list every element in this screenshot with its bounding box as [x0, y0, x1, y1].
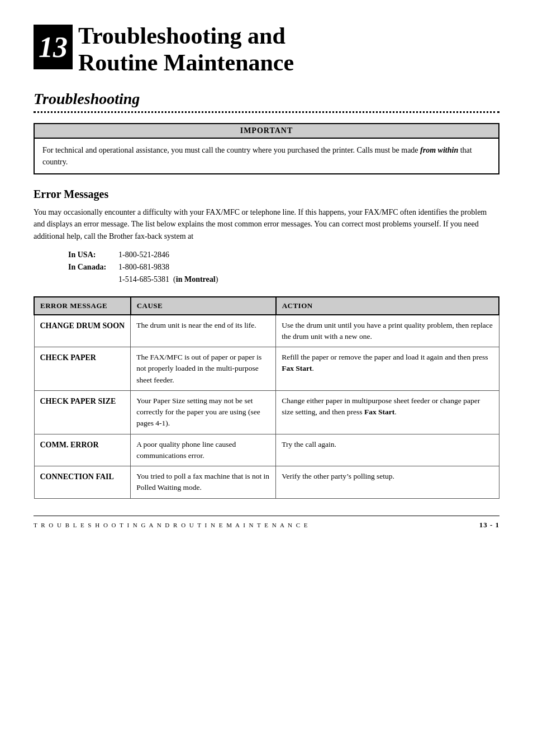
error-message-cell: CHECK PAPER: [34, 347, 131, 391]
section-divider: [34, 111, 499, 113]
error-messages-title: Error Messages: [34, 188, 499, 201]
action-cell: Verify the other party’s polling setup.: [276, 466, 499, 499]
footer-page: 13 - 1: [479, 521, 499, 530]
chapter-number: 13: [34, 25, 73, 69]
action-cell: Change either paper in multipurpose shee…: [276, 390, 499, 434]
table-header-action: ACTION: [276, 297, 499, 315]
contact-label-montreal: [68, 274, 117, 285]
contact-table: In USA: 1-800-521-2846 In Canada: 1-800-…: [67, 248, 230, 286]
error-message-cell: CHECK PAPER SIZE: [34, 390, 131, 434]
contact-value-usa: 1-800-521-2846: [118, 249, 229, 261]
table-row: CHANGE DRUM SOON The drum unit is near t…: [34, 315, 499, 347]
table-row: CONNECTION FAIL You tried to poll a fax …: [34, 466, 499, 499]
contact-row-canada: In Canada: 1-800-681-9838: [68, 262, 229, 273]
cause-cell: A poor quality phone line caused communi…: [131, 434, 276, 466]
contact-label-canada: In Canada:: [68, 262, 117, 273]
error-table: ERROR MESSAGE CAUSE ACTION CHANGE DRUM S…: [34, 296, 499, 499]
chapter-header: 13 Troubleshooting and Routine Maintenan…: [34, 22, 499, 77]
action-cell: Use the drum unit until you have a print…: [276, 315, 499, 347]
important-box: IMPORTANT For technical and operational …: [34, 123, 499, 174]
contact-row-montreal: 1-514-685-5381 (in Montreal): [68, 274, 229, 285]
table-header-row: ERROR MESSAGE CAUSE ACTION: [34, 297, 499, 315]
table-row: CHECK PAPER The FAX/MFC is out of paper …: [34, 347, 499, 391]
table-header-cause: CAUSE: [131, 297, 276, 315]
table-header-error: ERROR MESSAGE: [34, 297, 131, 315]
error-message-cell: COMM. ERROR: [34, 434, 131, 466]
contact-label-usa: In USA:: [68, 249, 117, 261]
action-cell: Refill the paper or remove the paper and…: [276, 347, 499, 391]
important-body: For technical and operational assistance…: [35, 139, 498, 173]
action-cell: Try the call again.: [276, 434, 499, 466]
table-row: CHECK PAPER SIZE Your Paper Size setting…: [34, 390, 499, 434]
cause-cell: Your Paper Size setting may not be set c…: [131, 390, 276, 434]
error-message-cell: CONNECTION FAIL: [34, 466, 131, 499]
error-message-cell: CHANGE DRUM SOON: [34, 315, 131, 347]
contact-value-montreal: 1-514-685-5381 (in Montreal): [118, 274, 229, 285]
table-row: COMM. ERROR A poor quality phone line ca…: [34, 434, 499, 466]
footer: T R O U B L E S H O O T I N G A N D R O …: [34, 516, 499, 530]
footer-left: T R O U B L E S H O O T I N G A N D R O …: [34, 522, 309, 528]
cause-cell: The drum unit is near the end of its lif…: [131, 315, 276, 347]
cause-cell: You tried to poll a fax machine that is …: [131, 466, 276, 499]
chapter-title: Troubleshooting and Routine Maintenance: [78, 22, 294, 77]
cause-cell: The FAX/MFC is out of paper or paper is …: [131, 347, 276, 391]
error-messages-intro: You may occasionally encounter a difficu…: [34, 206, 499, 243]
contact-row-usa: In USA: 1-800-521-2846: [68, 249, 229, 261]
contact-value-canada: 1-800-681-9838: [118, 262, 229, 273]
important-header: IMPORTANT: [35, 124, 498, 139]
section-title: Troubleshooting: [34, 90, 499, 108]
